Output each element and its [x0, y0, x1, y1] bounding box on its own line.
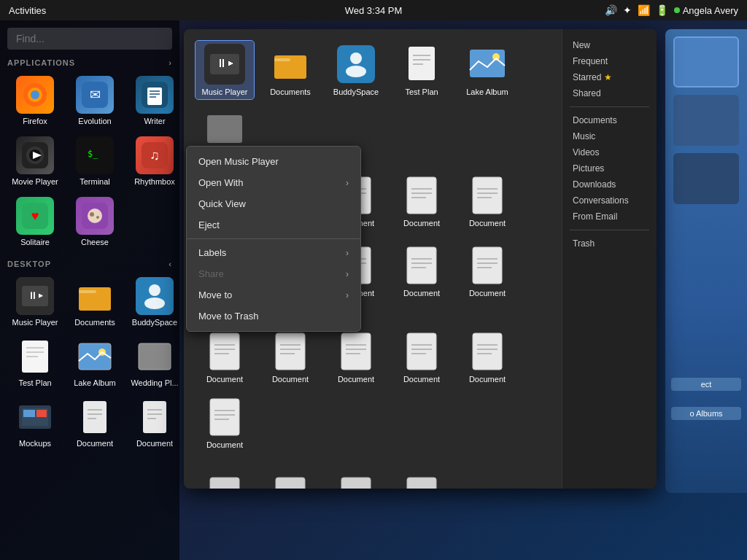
svg-point-30 [149, 284, 160, 296]
app-item-movie-player[interactable]: Movie Player [7, 133, 63, 190]
fm-week-doc-4[interactable]: Document [392, 328, 451, 386]
volume-icon[interactable]: 🔊 [605, 4, 617, 16]
app-item-writer[interactable]: Writer [127, 73, 179, 129]
svg-point-66 [492, 53, 500, 61]
fm-sidebar-pictures[interactable]: Pictures [570, 161, 649, 176]
fm-buddyspace-icon [336, 44, 376, 85]
desktop-buddyspace[interactable]: BuddySpace [127, 274, 179, 330]
fm-more-doc-1[interactable] [196, 464, 254, 489]
evolution-icon: ✉ [76, 76, 114, 114]
fm-week-doc-1[interactable]: Document [196, 328, 254, 386]
ctx-share-label: Share [198, 268, 224, 279]
svg-rect-128 [210, 399, 239, 435]
fm-more-grid [196, 464, 550, 489]
fm-doc-item[interactable]: Document [458, 172, 516, 230]
movie-player-label: Movie Player [12, 177, 58, 187]
app-item-terminal[interactable]: $_ Terminal [67, 133, 123, 190]
activities-button[interactable]: Activities [9, 5, 46, 16]
ctx-open-with[interactable]: Open With › [187, 172, 360, 193]
fm-sidebar-trash[interactable]: Trash [570, 236, 649, 251]
fm-more-doc-2[interactable] [261, 464, 320, 489]
context-menu: Open Music Player Open With › Quick View… [186, 146, 361, 332]
ctx-eject-label: Eject [198, 219, 220, 230]
desktop-mockups[interactable]: Mockups [7, 395, 63, 451]
fm-sidebar-documents[interactable]: Documents [570, 113, 649, 128]
app-item-evolution[interactable]: ✉ Evolution [67, 73, 123, 129]
fm-doc-item[interactable]: Document [392, 242, 451, 300]
preview-thumbnail-2[interactable] [673, 95, 739, 146]
svg-point-22 [90, 212, 94, 217]
fm-test-plan-icon [401, 44, 442, 85]
svg-text:⏸▶: ⏸▶ [28, 289, 43, 301]
ctx-quick-view[interactable]: Quick View [187, 193, 360, 214]
topbar: Activities Wed 3:34 PM 🔊 ✦ 📶 🔋 Angela Av… [0, 0, 747, 20]
app-item-solitaire[interactable]: ♥ Solitaire [7, 194, 63, 250]
desktop-wedding-plan[interactable]: Wedding Pl... [127, 335, 179, 391]
wifi-icon[interactable]: 📶 [638, 4, 650, 16]
preview-thumbnail-3[interactable] [673, 153, 739, 204]
fm-week-doc-2[interactable]: Document [261, 328, 320, 386]
app-item-rhythmbox[interactable]: ♫ Rhythmbox [127, 133, 179, 190]
applications-expand-arrow[interactable]: › [169, 58, 172, 67]
search-input[interactable] [7, 28, 172, 50]
reject-button[interactable]: ect [671, 378, 741, 391]
svg-rect-6 [147, 88, 162, 105]
app-item-cheese[interactable]: Cheese [67, 194, 123, 250]
fm-lake-album[interactable]: Lake Album [458, 41, 516, 99]
app-item-firefox[interactable]: Firefox [7, 73, 63, 129]
preview-thumbnail-1[interactable] [673, 36, 739, 88]
movie-player-icon [16, 136, 54, 174]
svg-text:♫: ♫ [150, 148, 160, 163]
svg-rect-28 [79, 290, 96, 293]
battery-icon[interactable]: 🔋 [656, 4, 668, 16]
fm-sidebar-frequent[interactable]: Frequent [570, 54, 649, 69]
desktop-collapse-arrow[interactable]: ‹ [169, 260, 172, 268]
desktop-documents[interactable]: Documents [67, 274, 123, 330]
fm-test-plan[interactable]: Test Plan [392, 41, 451, 99]
fm-more-doc-3[interactable] [327, 464, 385, 489]
albums-button[interactable]: o Albums [671, 407, 741, 420]
fm-sidebar-shared[interactable]: Shared [570, 86, 649, 101]
fm-documents[interactable]: Documents [261, 41, 320, 99]
fm-music-player[interactable]: ⏸▶ Music Player [196, 41, 254, 99]
fm-sidebar-starred[interactable]: Starred ★ [570, 70, 649, 85]
desktop-music-player[interactable]: ⏸▶ Music Player [7, 274, 63, 330]
fm-sidebar-music[interactable]: Music [570, 129, 649, 144]
ctx-move-to[interactable]: Move to › [187, 284, 360, 306]
fm-doc-item[interactable]: Document [458, 242, 516, 300]
app-launcher: APPLICATIONS › Firefox ✉ Evolution Write… [0, 20, 179, 560]
fm-doc-icon-10 [467, 245, 508, 286]
fm-buddyspace[interactable]: BuddySpace [327, 41, 385, 99]
user-name: Angela Avery [683, 5, 738, 16]
user-indicator[interactable]: Angela Avery [674, 5, 738, 16]
ctx-share[interactable]: Share › [187, 263, 360, 284]
fm-sidebar-new[interactable]: New [570, 38, 649, 52]
desktop-document-1[interactable]: Document [67, 395, 123, 451]
ctx-open-music-player[interactable]: Open Music Player [187, 151, 360, 172]
fm-week-doc-6[interactable]: Document [196, 394, 254, 452]
desktop-lake-album[interactable]: Lake Album [67, 335, 123, 391]
rhythmbox-icon: ♫ [136, 136, 174, 174]
fm-sidebar-from-email[interactable]: From Email [570, 209, 649, 224]
ctx-move-to-trash[interactable]: Move to Trash [187, 306, 360, 327]
fm-doc-item[interactable]: Document [392, 172, 451, 230]
fm-test-plan-label: Test Plan [405, 88, 438, 96]
fm-sidebar-videos[interactable]: Videos [570, 145, 649, 160]
svg-point-59 [350, 52, 362, 64]
fm-lake-album-icon [467, 44, 508, 85]
desktop-test-plan[interactable]: Test Plan [7, 335, 63, 391]
fm-week-doc-5[interactable]: Document [458, 328, 516, 386]
fm-sidebar-downloads[interactable]: Downloads [570, 177, 649, 192]
fm-more-doc-4[interactable] [392, 464, 451, 489]
desktop-document-2[interactable]: Document [127, 395, 179, 451]
fm-week-doc-3[interactable]: Document [327, 328, 385, 386]
ctx-labels[interactable]: Labels › [187, 242, 360, 263]
terminal-label: Terminal [80, 177, 110, 187]
bluetooth-icon[interactable]: ✦ [623, 4, 632, 16]
ctx-eject[interactable]: Eject [187, 214, 360, 236]
fm-sidebar-conversations[interactable]: Conversations [570, 193, 649, 208]
fm-week-doc-icon-1 [204, 331, 245, 372]
ctx-move-to-label: Move to [198, 289, 232, 300]
svg-rect-132 [210, 478, 239, 489]
svg-rect-116 [341, 333, 371, 370]
